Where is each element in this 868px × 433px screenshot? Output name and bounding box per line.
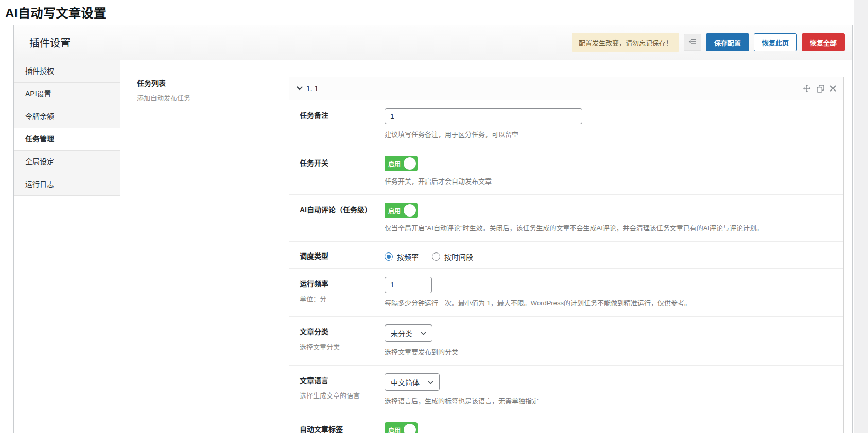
page-title: AI自动写文章设置 <box>5 3 107 21</box>
section-description: 任务列表 添加自动发布任务 <box>137 77 289 102</box>
settings-panel: 插件设置 配置发生改变，请勿忘记保存！ 保存配置 恢复此页 恢 <box>13 25 853 433</box>
close-icon <box>830 85 836 92</box>
accordion-title: 1. 1 <box>306 84 318 93</box>
chevron-down-icon <box>428 381 433 384</box>
hint-text: 建议填写任务备注，用于区分任务，可以留空 <box>385 129 833 139</box>
form-row-article-category: 文章分类 选择文章分类 未分类 选择文章要发布到的分类 <box>289 317 843 366</box>
content-area: 任务列表 添加自动发布任务 1. 1 <box>120 60 852 433</box>
panel-body: 插件授权 API设置 令牌余额 任务管理 全局设定 运行日志 任务列表 添加自动… <box>14 60 852 433</box>
chevron-down-icon <box>297 86 303 91</box>
ai-comment-toggle[interactable]: 启用 <box>385 203 418 218</box>
radio-by-time-period[interactable]: 按时间段 <box>432 251 473 262</box>
panel-title: 插件设置 <box>29 35 71 50</box>
accordion-actions <box>803 84 836 93</box>
restore-all-button[interactable]: 恢复全部 <box>802 33 845 51</box>
accordion-header[interactable]: 1. 1 <box>289 77 843 100</box>
duplicate-icon <box>817 85 824 93</box>
row-label: 任务备注 <box>300 111 385 120</box>
save-config-button[interactable]: 保存配置 <box>706 33 749 51</box>
sidebar-item-token-balance[interactable]: 令牌余额 <box>14 105 120 128</box>
unsaved-changes-notice: 配置发生改变，请勿忘记保存！ <box>572 33 679 52</box>
panel-header: 插件设置 配置发生改变，请勿忘记保存！ 保存配置 恢复此页 恢 <box>14 25 852 60</box>
language-select[interactable]: 中文简体 <box>385 373 440 391</box>
radio-unselected-icon <box>432 252 440 261</box>
row-sublabel: 单位：分 <box>300 294 385 303</box>
chevron-down-icon <box>421 332 426 335</box>
form-row-schedule-type: 调度类型 按频率 按时间段 <box>289 242 843 269</box>
close-button[interactable] <box>830 85 836 92</box>
row-label: 任务开关 <box>300 158 385 168</box>
duplicate-button[interactable] <box>817 85 824 93</box>
auto-tags-toggle[interactable]: 启用 <box>385 422 418 433</box>
row-label: 运行频率 <box>300 279 385 289</box>
hint-text: 每隔多少分钟运行一次。最小值为 1，最大不限。WordPress的计划任务不能做… <box>385 298 833 308</box>
sidebar-item-run-log[interactable]: 运行日志 <box>14 173 120 196</box>
header-actions: 配置发生改变，请勿忘记保存！ 保存配置 恢复此页 恢复全部 <box>572 33 845 52</box>
section-subtitle: 添加自动发布任务 <box>137 93 289 102</box>
row-sublabel: 选择生成文章的语言 <box>300 390 385 400</box>
row-label: 文章语言 <box>300 376 385 386</box>
sidebar-nav: 插件授权 API设置 令牌余额 任务管理 全局设定 运行日志 <box>14 60 120 433</box>
restore-page-button[interactable]: 恢复此页 <box>754 33 797 51</box>
move-icon <box>803 84 811 93</box>
task-note-input[interactable] <box>385 108 582 124</box>
move-handle[interactable] <box>803 84 811 93</box>
toggle-state-label: 启用 <box>388 206 401 215</box>
hint-text: 任务开关，开启后才会自动发布文章 <box>385 176 833 186</box>
collapse-all-button[interactable] <box>684 34 701 51</box>
hint-text: 选择语言后，生成的标签也是该语言，无需单独指定 <box>385 395 833 405</box>
radio-by-frequency[interactable]: 按频率 <box>385 251 419 262</box>
row-label: 文章分类 <box>300 327 385 337</box>
hint-text: 选择文章要发布到的分类 <box>385 347 833 356</box>
select-value: 中文简体 <box>391 377 420 387</box>
page-right-gutter <box>854 0 868 433</box>
task-enable-toggle[interactable]: 启用 <box>385 156 418 171</box>
collapse-all-icon <box>688 38 697 47</box>
sidebar-item-api-settings[interactable]: API设置 <box>14 83 120 105</box>
form-row-run-frequency: 运行频率 单位：分 每隔多少分钟运行一次。最小值为 1，最大不限。WordPre… <box>289 269 843 317</box>
frequency-input[interactable] <box>385 277 432 293</box>
radio-selected-icon <box>385 252 393 261</box>
form-row-auto-tags: 自动文章标签 自动生成文章标签 启用 开启后根据文章内容生成精准高频关键词 <box>289 414 843 433</box>
toggle-knob <box>404 424 416 433</box>
row-sublabel: 选择文章分类 <box>300 341 385 351</box>
toggle-knob <box>404 157 416 170</box>
sidebar-item-plugin-auth[interactable]: 插件授权 <box>14 60 120 83</box>
row-label: AI自动评论（任务级） <box>300 205 385 215</box>
form-row-task-note: 任务备注 建议填写任务备注，用于区分任务，可以留空 <box>289 100 843 148</box>
task-accordion: 1. 1 <box>289 77 844 433</box>
radio-label: 按时间段 <box>444 251 473 262</box>
section-title: 任务列表 <box>137 78 289 88</box>
toggle-knob <box>404 204 416 217</box>
row-label: 调度类型 <box>300 251 385 261</box>
hint-text: 仅当全局开启"AI自动评论"时生效。关闭后，该任务生成的文章不会生成AI评论，并… <box>385 223 833 232</box>
row-label: 自动文章标签 <box>300 425 385 433</box>
sidebar-item-global-settings[interactable]: 全局设定 <box>14 151 120 173</box>
form-row-article-language: 文章语言 选择生成文章的语言 中文简体 选择语言后，生成的标签也是该语言，无需单… <box>289 366 843 414</box>
toggle-state-label: 启用 <box>388 426 401 433</box>
schedule-type-radio-group: 按频率 按时间段 <box>385 249 833 262</box>
radio-label: 按频率 <box>397 251 419 262</box>
category-select[interactable]: 未分类 <box>385 324 432 342</box>
form-row-ai-comment: AI自动评论（任务级） 启用 仅当全局开启"AI自动评论"时生效。关闭后，该任务… <box>289 195 843 242</box>
sidebar-item-task-management[interactable]: 任务管理 <box>14 128 120 151</box>
toggle-state-label: 启用 <box>388 159 401 168</box>
select-value: 未分类 <box>391 328 412 338</box>
form-row-task-switch: 任务开关 启用 任务开关，开启后才会自动发布文章 <box>289 148 843 195</box>
